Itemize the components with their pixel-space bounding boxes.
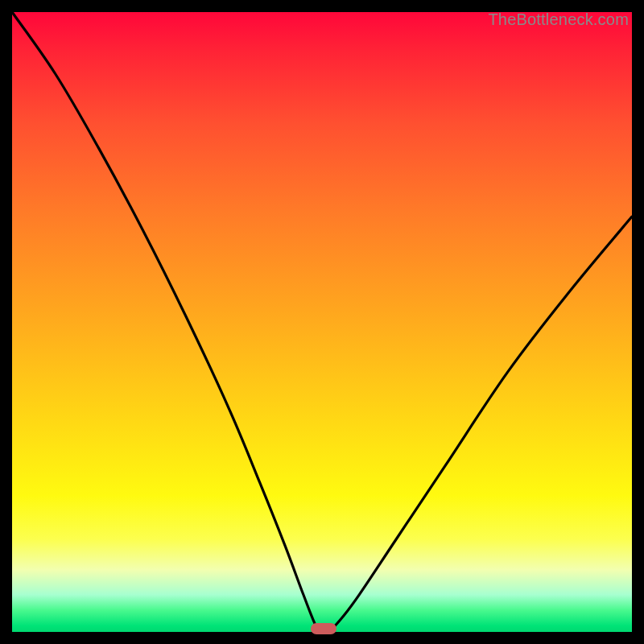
optimal-point-marker	[311, 623, 336, 634]
bottleneck-curve-path	[12, 12, 632, 634]
chart-frame: TheBottleneck.com	[0, 0, 644, 644]
curve-svg	[12, 12, 632, 632]
plot-area: TheBottleneck.com	[12, 12, 632, 632]
